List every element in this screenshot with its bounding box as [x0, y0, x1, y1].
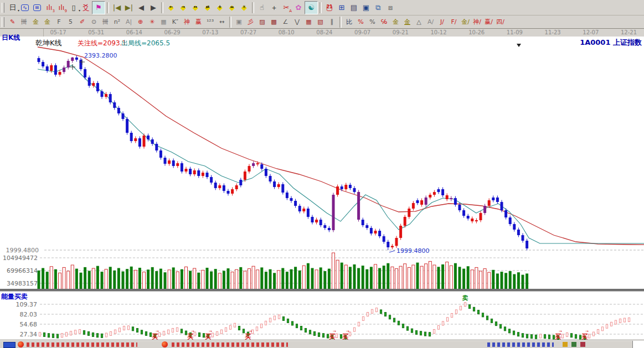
- window-layout-icon[interactable]: 日▾: [7, 2, 19, 14]
- box-anchor-icon[interactable]: ▣: [233, 17, 245, 28]
- speed-line-icon[interactable]: △: [413, 17, 425, 28]
- diamond-right-icon[interactable]: ◆→: [177, 2, 189, 14]
- qiankun-tool-icon[interactable]: ☯: [305, 1, 318, 14]
- gold-bands-icon[interactable]: 金: [401, 17, 413, 28]
- date-axis: 05-1705-3106-1406-2907-1307-2708-1008-24…: [0, 29, 644, 37]
- angle-lines-icon[interactable]: ∠: [280, 17, 291, 28]
- ying-tool-icon[interactable]: 赢: [193, 17, 204, 28]
- golden-channel-icon[interactable]: 金: [42, 17, 53, 28]
- status-resize-box[interactable]: [632, 341, 644, 348]
- step-forward-icon[interactable]: ▶: [147, 2, 159, 14]
- cut-annotation-icon[interactable]: ✂A: [280, 2, 292, 14]
- shen-diagonal-icon[interactable]: 神/: [471, 17, 483, 28]
- toolbar-grip[interactable]: [2, 3, 4, 13]
- diamond-left-icon[interactable]: ◆←: [165, 2, 177, 14]
- a-line-icon[interactable]: A|: [123, 17, 135, 28]
- width-measure-icon[interactable]: ↔: [216, 17, 228, 28]
- grid-tool-icon[interactable]: 卌: [18, 17, 30, 28]
- status-mini-icon[interactable]: [571, 342, 576, 347]
- status-alert-icon[interactable]: [18, 341, 24, 347]
- ray-fan-icon[interactable]: 彡: [245, 17, 256, 28]
- skip-first-icon[interactable]: |◀: [111, 2, 123, 14]
- crosshair-tool-icon[interactable]: ＋: [268, 2, 280, 14]
- diamond-swap-icon[interactable]: ◆⇄: [202, 2, 214, 14]
- info-list-icon[interactable]: ≡: [31, 2, 43, 14]
- ying-diagonal-icon[interactable]: 赢/: [483, 17, 494, 28]
- percent-icon[interactable]: %: [367, 17, 378, 28]
- gold-circle-icon[interactable]: 金: [390, 17, 401, 28]
- v-bottom-icon[interactable]: ⋁: [291, 17, 303, 28]
- diamond-hexpand-icon[interactable]: ◆↔: [189, 2, 202, 14]
- brush-red-icon[interactable]: ✎: [7, 17, 18, 28]
- skip-last-icon[interactable]: ▶|: [123, 2, 135, 14]
- shen-tool-icon[interactable]: 神: [181, 17, 193, 28]
- chart-area[interactable]: 1049494726996631434983157109.3782.0354.6…: [0, 37, 644, 340]
- calendar-21-icon[interactable]: ▢21: [323, 2, 336, 14]
- volume-axis-label: 104949472: [3, 254, 38, 262]
- buy-marker: 买: [329, 333, 336, 340]
- high-price-label: 2393.2800: [84, 52, 117, 59]
- diamond-star-icon[interactable]: ◆✳: [238, 2, 250, 14]
- four-diagonal-icon[interactable]: 四/: [494, 17, 506, 28]
- step-back-icon[interactable]: ◀: [135, 2, 147, 14]
- printer-icon[interactable]: ⧈: [384, 2, 396, 14]
- cycle-circle-icon[interactable]: ⊙: [88, 17, 100, 28]
- toolbar-separator: [229, 17, 231, 28]
- f-diagonal-icon[interactable]: F/: [448, 17, 460, 28]
- grid-2-icon[interactable]: 卌: [100, 17, 111, 28]
- oscillator-axis-label: 82.03: [20, 311, 38, 318]
- save-floppy-icon[interactable]: ▣: [360, 2, 372, 14]
- status-window-icon[interactable]: [3, 342, 16, 348]
- kline-chart-svg[interactable]: 1049494726996631434983157109.3782.0354.6…: [0, 37, 644, 340]
- brush-2-icon[interactable]: ✐: [76, 17, 88, 28]
- grid-arrow-icon[interactable]: ▧: [315, 17, 326, 28]
- pattern-red-icon[interactable]: 爻: [80, 2, 92, 14]
- flag-multi-icon[interactable]: ⚑: [92, 1, 105, 14]
- status-alert-icon[interactable]: [162, 341, 168, 347]
- gann-box-2-icon[interactable]: ▩: [268, 17, 280, 28]
- date-tick: 08-10: [274, 29, 298, 35]
- k-note-icon[interactable]: K″: [169, 17, 181, 28]
- percent-zone-icon[interactable]: %: [355, 17, 367, 28]
- notepad-icon[interactable]: ▤: [348, 2, 360, 14]
- gann-grid-icon[interactable]: ▦: [158, 17, 169, 28]
- hand-tool-icon[interactable]: ☝: [256, 2, 268, 14]
- five-wave-icon[interactable]: 5: [65, 17, 76, 28]
- golden-section-icon[interactable]: 金: [30, 17, 42, 28]
- status-mini-icon[interactable]: [580, 342, 585, 347]
- price-grid-icon[interactable]: ▦: [303, 17, 315, 28]
- star-rays-icon[interactable]: ✳: [146, 17, 158, 28]
- buy-marker: 买: [581, 333, 588, 340]
- gann-box-icon[interactable]: ▨: [256, 17, 268, 28]
- date-tick: 05-31: [84, 29, 109, 35]
- bars-3-icon[interactable]: ılı3: [43, 2, 55, 14]
- pane-divider[interactable]: [0, 289, 644, 292]
- date-tick: 05-17: [46, 29, 70, 35]
- pink-shape-tool-icon[interactable]: ✿: [292, 2, 305, 14]
- j-diagonal-icon[interactable]: J/: [436, 17, 448, 28]
- fibonacci-f-icon[interactable]: F: [53, 17, 65, 28]
- status-info-text-cropped: [487, 342, 554, 347]
- ruler-123-icon[interactable]: ¹²³: [204, 17, 216, 28]
- diamond-stretch-icon[interactable]: ◆⇔: [226, 2, 238, 14]
- date-tick: 10-12: [426, 29, 451, 35]
- n-square-icon[interactable]: n²: [111, 17, 123, 28]
- axis-price-label: 1999.4800: [6, 247, 39, 254]
- zigzag-chart-icon[interactable]: ∿: [19, 2, 31, 14]
- copy-screen-icon[interactable]: ⧉: [372, 2, 384, 14]
- gold-diagonal-icon[interactable]: 金/: [460, 17, 471, 28]
- target-cross-icon[interactable]: ⊕: [135, 17, 146, 28]
- toolbar-grip[interactable]: [2, 17, 4, 27]
- buy-marker: 买: [187, 333, 194, 340]
- parallel-lines-icon[interactable]: ∥: [326, 17, 338, 28]
- compare-bars-icon[interactable]: 比: [343, 17, 355, 28]
- status-mini-icon[interactable]: [563, 342, 568, 347]
- candle-style-icon[interactable]: ▯▾: [68, 2, 80, 14]
- percent-lines-icon[interactable]: ℅: [378, 17, 390, 28]
- buy-marker: 买: [245, 333, 251, 340]
- buy-marker: 买: [152, 333, 158, 340]
- diamond-plus-icon[interactable]: ◆+: [214, 2, 226, 14]
- calculator-icon[interactable]: ⊞: [336, 2, 348, 14]
- bars-9-icon[interactable]: ılı9: [55, 2, 68, 14]
- a-angle-icon[interactable]: A/: [425, 17, 436, 28]
